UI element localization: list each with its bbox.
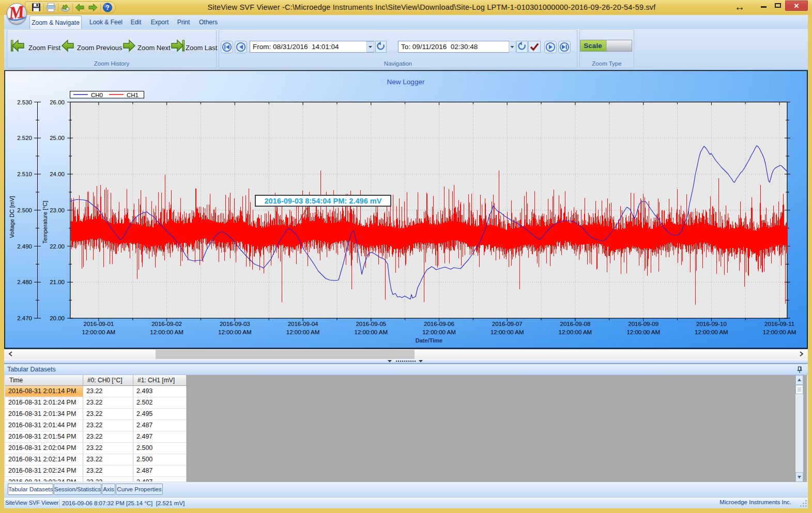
svg-text:Scale: Scale [584, 42, 602, 50]
svg-text:12:00:00 AM: 12:00:00 AM [763, 329, 796, 335]
svg-text:2016-09-08: 2016-09-08 [560, 321, 590, 327]
svg-text:23.00: 23.00 [50, 207, 65, 213]
svg-text:12:00:00 AM: 12:00:00 AM [286, 329, 320, 335]
svg-text:12:00:00 AM: 12:00:00 AM [218, 329, 252, 335]
svg-text:12:00:00 AM: 12:00:00 AM [355, 329, 388, 335]
svg-text:?: ? [105, 4, 110, 11]
svg-text:Date/Time: Date/Time [416, 337, 442, 344]
svg-text:24.00: 24.00 [50, 171, 65, 177]
svg-text:2.500: 2.500 [17, 207, 32, 213]
svg-text:20.00: 20.00 [50, 315, 65, 321]
svg-text:12:00:00 AM: 12:00:00 AM [422, 329, 456, 335]
svg-text:2016-09-05: 2016-09-05 [356, 321, 386, 327]
svg-text:2016-09-02: 2016-09-02 [151, 321, 182, 327]
svg-text:2.470: 2.470 [17, 315, 32, 321]
svg-text:2.480: 2.480 [17, 279, 32, 285]
svg-text:2.520: 2.520 [17, 135, 32, 141]
svg-text:21.00: 21.00 [50, 279, 65, 285]
svg-text:2016-09-06: 2016-09-06 [424, 321, 454, 327]
svg-text:2016-09-03 8:54:04 PM: 2.496 m: 2016-09-03 8:54:04 PM: 2.496 mV [264, 197, 381, 205]
svg-text:2016-09-11: 2016-09-11 [764, 321, 794, 327]
svg-text:12:00:00 AM: 12:00:00 AM [82, 329, 116, 335]
svg-text:CH0: CH0 [91, 92, 103, 98]
svg-text:2016-09-10: 2016-09-10 [696, 321, 727, 327]
svg-text:2016-09-04: 2016-09-04 [288, 321, 318, 327]
svg-text:CH1: CH1 [127, 92, 139, 98]
svg-text:2016-09-09: 2016-09-09 [628, 321, 658, 327]
svg-text:12:00:00 AM: 12:00:00 AM [626, 329, 660, 335]
svg-text:2.490: 2.490 [17, 243, 32, 250]
svg-text:Voltage DC [mV]: Voltage DC [mV] [9, 196, 15, 238]
svg-text:12:00:00 AM: 12:00:00 AM [491, 329, 524, 335]
svg-text:2.530: 2.530 [17, 99, 32, 105]
svg-text:2016-09-01: 2016-09-01 [83, 321, 114, 327]
svg-text:25.00: 25.00 [50, 135, 65, 141]
svg-text:22.00: 22.00 [50, 243, 65, 250]
svg-text:2016-09-03: 2016-09-03 [220, 321, 250, 327]
svg-text:12:00:00 AM: 12:00:00 AM [695, 329, 728, 335]
svg-text:New Logger: New Logger [387, 78, 425, 86]
svg-text:Temperature [°C]: Temperature [°C] [42, 200, 48, 243]
svg-text:26.00: 26.00 [50, 99, 65, 105]
svg-text:2.510: 2.510 [17, 171, 32, 177]
svg-text:12:00:00 AM: 12:00:00 AM [559, 329, 592, 335]
svg-text:2016-09-07: 2016-09-07 [492, 321, 523, 327]
svg-text:12:00:00 AM: 12:00:00 AM [150, 329, 183, 335]
